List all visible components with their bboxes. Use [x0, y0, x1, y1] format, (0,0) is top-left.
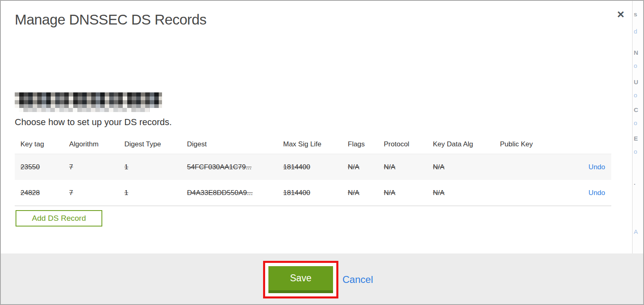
undo-link[interactable]: Undo: [588, 163, 605, 171]
max-sig-life-value: 1814400: [283, 189, 310, 197]
red-highlight-rectangle: Save: [263, 261, 338, 298]
key-tag-value: 23550: [20, 163, 40, 171]
flags-value: N/A: [348, 189, 359, 197]
table-header-row: Key tag Algorithm Digest Type Digest Max…: [15, 135, 611, 154]
digest-type-value: 1: [124, 189, 128, 197]
flags-value: N/A: [348, 163, 359, 171]
bg-text-fragment: U: [634, 78, 638, 85]
page-title: Manage DNSSEC DS Records: [15, 11, 206, 28]
protocol-value: N/A: [384, 189, 395, 197]
instruction-text: Choose how to set up your DS records.: [15, 117, 172, 128]
bg-text-fragment: o: [634, 119, 637, 126]
header-digest: Digest: [181, 140, 277, 148]
bg-text-fragment: .: [634, 179, 635, 186]
header-key-data-alg: Key Data Alg: [427, 140, 494, 148]
bg-text-fragment: d: [634, 28, 637, 35]
bg-text-fragment: C: [634, 106, 638, 113]
header-protocol: Protocol: [378, 140, 427, 148]
digest-value: 54FCF030AA1C79...: [187, 163, 252, 171]
modal-footer: Save Cancel: [1, 253, 643, 304]
digest-value: D4A33E8DD550A9...: [187, 189, 253, 197]
key-data-alg-value: N/A: [433, 189, 444, 197]
bg-text-fragment: o: [634, 92, 637, 99]
redacted-domain-name: [15, 92, 162, 108]
save-button[interactable]: Save: [268, 266, 333, 293]
header-flags: Flags: [342, 140, 378, 148]
table-row: 23550 7 1 54FCF030AA1C79... 1814400 N/A …: [15, 154, 611, 180]
add-ds-record-button[interactable]: Add DS Record: [16, 210, 102, 227]
algorithm-value: 7: [69, 189, 73, 197]
max-sig-life-value: 1814400: [283, 163, 310, 171]
background-page-sliver: s d N o U o C o E o . A: [632, 1, 643, 253]
key-data-alg-value: N/A: [433, 163, 444, 171]
bg-text-fragment: E: [634, 135, 638, 142]
bg-text-fragment: N: [634, 49, 638, 56]
table-row: 24828 7 1 D4A33E8DD550A9... 1814400 N/A …: [15, 180, 611, 206]
header-digest-type: Digest Type: [119, 140, 181, 148]
header-public-key: Public Key: [494, 140, 565, 148]
bg-text-fragment: o: [634, 148, 637, 155]
protocol-value: N/A: [384, 163, 395, 171]
bg-text-fragment: s: [634, 11, 637, 18]
cancel-link[interactable]: Cancel: [342, 274, 373, 285]
undo-link[interactable]: Undo: [588, 189, 605, 197]
header-algorithm: Algorithm: [63, 140, 119, 148]
header-max-sig-life: Max Sig Life: [277, 140, 342, 148]
algorithm-value: 7: [69, 163, 73, 171]
close-icon[interactable]: ×: [614, 7, 628, 21]
ds-records-table: Key tag Algorithm Digest Type Digest Max…: [15, 135, 611, 206]
bg-text-fragment: o: [634, 62, 637, 69]
dnssec-modal: Manage DNSSEC DS Records × Choose how to…: [0, 0, 644, 305]
bg-text-fragment: A: [634, 228, 638, 235]
key-tag-value: 24828: [20, 189, 40, 197]
digest-type-value: 1: [124, 163, 128, 171]
header-key-tag: Key tag: [15, 140, 63, 148]
